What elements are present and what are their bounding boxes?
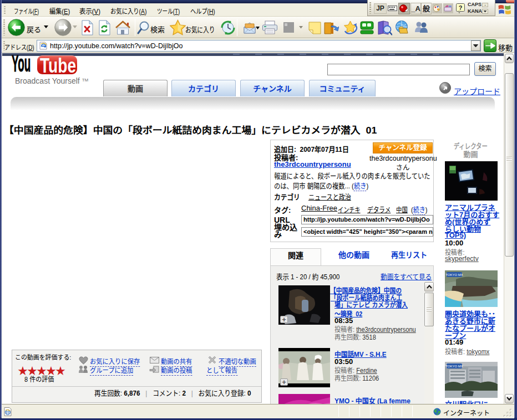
svg-text:?: ? <box>459 4 463 11</box>
svg-text:TOKYO MX: TOKYO MX <box>445 365 463 368</box>
svg-text:TOKYO MX: TOKYO MX <box>445 273 463 276</box>
